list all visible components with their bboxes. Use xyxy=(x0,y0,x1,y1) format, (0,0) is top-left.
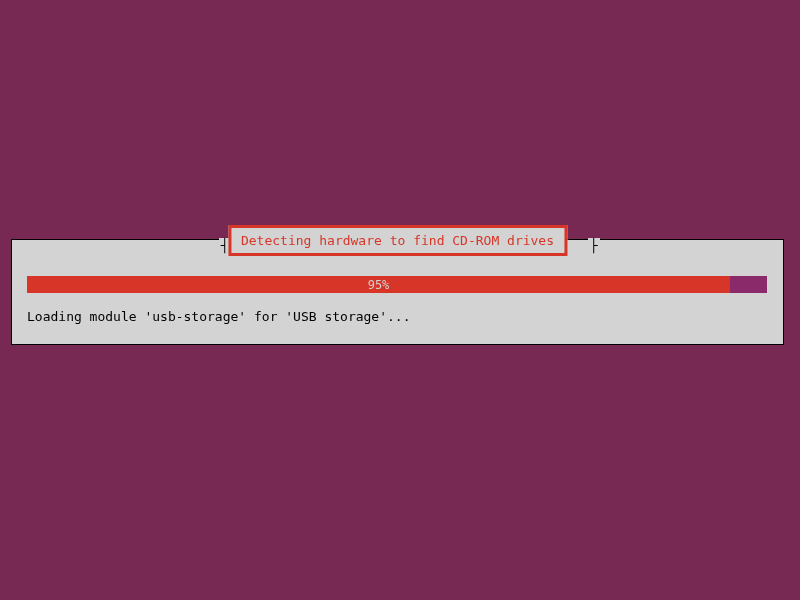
hardware-detection-dialog: ┤ Detecting hardware to find CD-ROM driv… xyxy=(11,239,784,345)
dialog-title-box: Detecting hardware to find CD-ROM drives xyxy=(228,225,567,256)
title-bracket-right: ├ xyxy=(588,238,600,253)
progress-percent-label: 95% xyxy=(368,278,390,292)
progress-bar-fill: 95% xyxy=(27,276,730,293)
status-text: Loading module 'usb-storage' for 'USB st… xyxy=(27,309,411,324)
dialog-title: Detecting hardware to find CD-ROM drives xyxy=(241,233,554,248)
progress-bar: 95% xyxy=(27,276,767,293)
